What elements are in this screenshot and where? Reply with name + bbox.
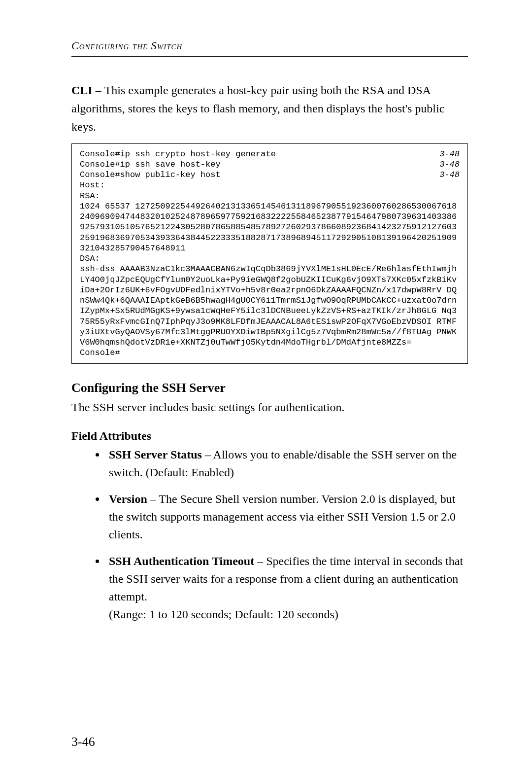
terminal-command-line: Console#show public-key host 3-48 — [80, 170, 460, 180]
terminal-command: Console#ip ssh crypto host-key generate — [80, 149, 276, 159]
intro-text: This example generates a host-key pair u… — [71, 84, 444, 133]
page-number: 3-46 — [71, 735, 95, 749]
terminal-command: Console#show public-key host — [80, 170, 221, 180]
cli-label: CLI – — [71, 84, 104, 97]
terminal-output-box: Console#ip ssh crypto host-key generate … — [71, 143, 468, 364]
terminal-output-line: DSA: — [80, 253, 460, 264]
terminal-output-line: RSA: — [80, 191, 460, 201]
field-attributes-heading: Field Attributes — [71, 429, 468, 443]
terminal-command-line: Console#ip ssh save host-key 3-48 — [80, 159, 460, 170]
terminal-command-line: Console#ip ssh crypto host-key generate … — [80, 149, 460, 159]
terminal-command: Console#ip ssh save host-key — [80, 159, 221, 170]
field-attribute-item: SSH Server Status – Allows you to enable… — [106, 446, 468, 481]
terminal-page-ref: 3-48 — [439, 149, 460, 159]
terminal-output-line: ssh-dss AAAAB3NzaC1kc3MAAACBAN6zwIqCqDb3… — [80, 264, 460, 348]
field-attributes-list: SSH Server Status – Allows you to enable… — [71, 446, 468, 623]
field-attribute-name: Version — [109, 493, 147, 505]
running-header-text: Configuring the Switch — [71, 39, 182, 52]
running-header: Configuring the Switch — [71, 39, 468, 52]
field-attribute-name: SSH Server Status — [109, 448, 202, 461]
field-attribute-extra: (Range: 1 to 120 seconds; Default: 120 s… — [109, 605, 468, 623]
section-intro: The SSH server includes basic settings f… — [71, 398, 468, 417]
field-attribute-item: Version – The Secure Shell version numbe… — [106, 490, 468, 543]
header-rule — [71, 56, 468, 57]
terminal-output-line: 1024 65537 12725092254492640213133651454… — [80, 201, 460, 253]
terminal-output-line: Host: — [80, 180, 460, 190]
field-attribute-item: SSH Authentication Timeout – Specifies t… — [106, 552, 468, 623]
terminal-output-line: Console# — [80, 348, 460, 358]
field-attribute-desc: – The Secure Shell version number. Versi… — [109, 493, 456, 541]
terminal-page-ref: 3-48 — [439, 170, 460, 180]
document-page: Configuring the Switch CLI – This exampl… — [0, 0, 532, 774]
section-heading: Configuring the SSH Server — [71, 381, 468, 395]
intro-paragraph: CLI – This example generates a host-key … — [71, 81, 468, 137]
terminal-page-ref: 3-48 — [439, 159, 460, 170]
field-attribute-name: SSH Authentication Timeout — [109, 555, 254, 567]
